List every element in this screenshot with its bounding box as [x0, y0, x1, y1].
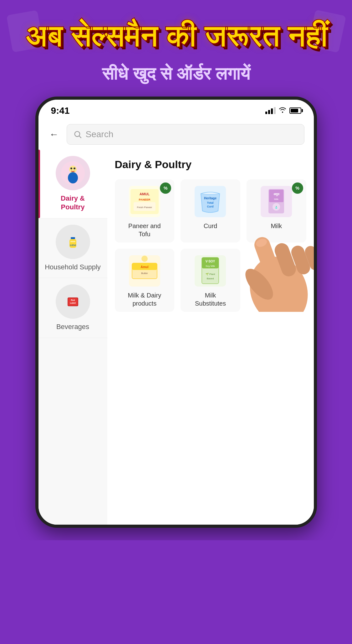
dairy-img [56, 156, 90, 190]
beverages-img-svg: Red Label [62, 291, 84, 312]
svg-rect-10 [70, 241, 75, 242]
milk-image: अमूल Milk 🧴 [259, 184, 293, 219]
sidebar-item-beverages-label: Beverages [56, 322, 89, 332]
search-placeholder: Search [86, 129, 114, 139]
svg-text:Curd: Curd [207, 205, 214, 208]
svg-text:🌱 Plant: 🌱 Plant [206, 272, 215, 276]
svg-text:Based: Based [207, 277, 214, 280]
sidebar-item-dairy[interactable]: Dairy &Poultry [38, 150, 107, 218]
svg-text:Soy Milk: Soy Milk [206, 265, 215, 267]
svg-text:Red: Red [71, 299, 75, 301]
battery-icon [289, 107, 301, 114]
sidebar-item-household-label: Household Supply [45, 263, 101, 272]
status-icons [265, 107, 301, 115]
category-title: Dairy & Poultry [115, 158, 306, 171]
svg-point-39 [141, 256, 148, 262]
status-bar: 9:41 [38, 100, 314, 119]
back-button[interactable]: ← [48, 127, 60, 141]
paneer-image: AMUL PANEER Fresh Paneer [127, 184, 162, 219]
product-card-paneer[interactable]: % AMUL PANEER Fresh [115, 179, 175, 242]
product-grid-area: Dairy & Poultry % [107, 150, 314, 525]
svg-text:Total: Total [207, 201, 214, 204]
svg-text:PANEER: PANEER [139, 198, 150, 201]
banner-section: ✦ अब सेल्समैन की जरूरत नहीं सीधे खुद से … [0, 0, 352, 540]
svg-text:Milk: Milk [274, 198, 279, 201]
svg-text:🧴: 🧴 [275, 206, 278, 209]
product-name-dairy-products: Milk & Dairyproducts [128, 291, 161, 307]
sub-headline: सीधे खुद से ऑर्डर लगायें [13, 63, 339, 84]
household-img-svg: LiZol [62, 231, 84, 253]
product-name-paneer: Paneer andTofu [128, 222, 161, 238]
dairy-img-svg [60, 161, 85, 186]
svg-point-6 [74, 167, 75, 169]
svg-point-0 [74, 131, 79, 136]
wifi-icon [279, 107, 286, 115]
dairy-products-image: Amul Butter [127, 254, 162, 288]
sidebar-item-household[interactable]: LiZol Household Supply [38, 218, 107, 278]
svg-rect-8 [71, 237, 75, 239]
milk-substitutes-image: V·SOY Soy Milk 🌱 Plant Based [193, 254, 227, 288]
product-grid: % AMUL PANEER Fresh [115, 179, 306, 312]
product-card-dairy-products[interactable]: Amul Butter Milk & Dairyproducts [115, 249, 175, 312]
sidebar-item-dairy-label: Dairy &Poultry [61, 194, 85, 212]
curd-image: Heritage Total Curd [193, 184, 227, 219]
search-icon [73, 130, 82, 139]
svg-line-1 [79, 136, 81, 138]
category-sidebar: Dairy &Poultry LiZol [38, 150, 107, 525]
svg-text:Heritage: Heritage [204, 197, 217, 200]
product-name-milk: Milk [271, 222, 282, 230]
phone-mockup-wrap: 9:41 [13, 97, 339, 528]
svg-text:Label: Label [70, 302, 75, 304]
main-headline: अब सेल्समैन की जरूरत नहीं [13, 19, 339, 54]
sidebar-item-beverages[interactable]: Red Label Beverages [38, 278, 107, 338]
signal-bars-icon [265, 107, 276, 114]
product-name-curd: Curd [204, 222, 217, 230]
svg-point-4 [68, 172, 78, 183]
svg-text:Butter: Butter [141, 272, 148, 275]
status-time: 9:41 [51, 105, 70, 116]
product-card-milk-substitutes[interactable]: V·SOY Soy Milk 🌱 Plant Based MilkSubstit… [181, 249, 240, 312]
svg-text:Amul: Amul [140, 265, 148, 269]
svg-text:V·SOY: V·SOY [206, 260, 215, 263]
product-card-milk[interactable]: % अमूल Milk [247, 179, 306, 242]
svg-text:LiZol: LiZol [70, 244, 76, 247]
svg-text:Fresh Paneer: Fresh Paneer [137, 206, 152, 209]
svg-text:AMUL: AMUL [140, 192, 150, 196]
content-area: Dairy &Poultry LiZol [38, 150, 314, 525]
household-img: LiZol [56, 225, 90, 259]
search-bar-row: ← Search [38, 119, 314, 150]
search-input-wrap[interactable]: Search [67, 124, 304, 145]
product-name-milk-substitutes: MilkSubstitutes [195, 291, 226, 307]
discount-badge-milk: % [292, 182, 303, 194]
product-card-curd[interactable]: Heritage Total Curd Curd [181, 179, 240, 242]
svg-text:अमूल: अमूल [273, 192, 280, 196]
product-grid-wrap: % AMUL PANEER Fresh [115, 179, 306, 312]
beverages-img: Red Label [56, 284, 90, 319]
phone-mockup: 9:41 [35, 97, 317, 528]
svg-point-5 [70, 167, 72, 169]
discount-badge-paneer: % [160, 182, 171, 194]
